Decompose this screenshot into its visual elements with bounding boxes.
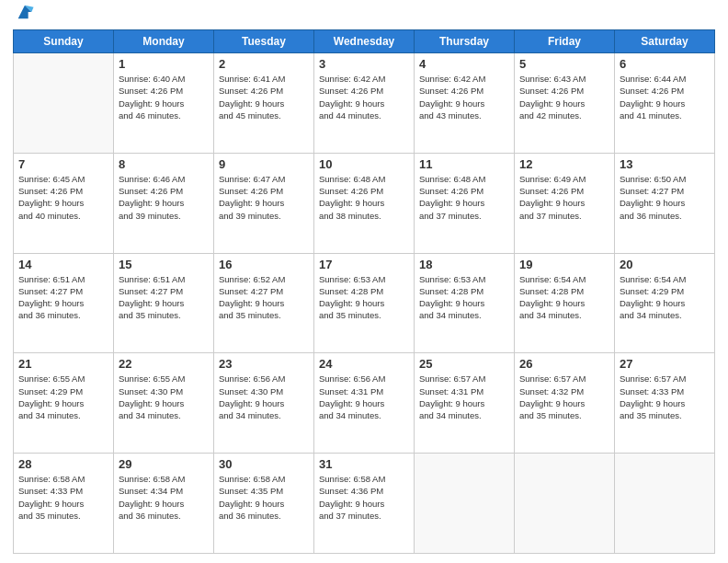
day-cell: 13Sunrise: 6:50 AM Sunset: 4:27 PM Dayli… — [615, 153, 715, 253]
day-cell: 30Sunrise: 6:58 AM Sunset: 4:35 PM Dayli… — [214, 454, 314, 554]
page: SundayMondayTuesdayWednesdayThursdayFrid… — [0, 0, 728, 563]
day-info: Sunrise: 6:58 AM Sunset: 4:33 PM Dayligh… — [18, 473, 108, 522]
day-info: Sunrise: 6:43 AM Sunset: 4:26 PM Dayligh… — [519, 73, 609, 121]
day-number: 27 — [620, 357, 710, 371]
day-cell: 24Sunrise: 6:56 AM Sunset: 4:31 PM Dayli… — [314, 353, 415, 454]
day-info: Sunrise: 6:57 AM Sunset: 4:32 PM Dayligh… — [519, 373, 609, 421]
day-info: Sunrise: 6:41 AM Sunset: 4:26 PM Dayligh… — [219, 73, 309, 121]
calendar-table: SundayMondayTuesdayWednesdayThursdayFrid… — [13, 29, 715, 554]
day-number: 26 — [519, 357, 609, 371]
day-cell: 14Sunrise: 6:51 AM Sunset: 4:27 PM Dayli… — [14, 253, 114, 353]
day-info: Sunrise: 6:45 AM Sunset: 4:26 PM Dayligh… — [18, 173, 108, 222]
day-number: 5 — [519, 57, 609, 71]
day-number: 10 — [319, 157, 409, 171]
day-cell: 10Sunrise: 6:48 AM Sunset: 4:26 PM Dayli… — [314, 153, 415, 253]
day-number: 18 — [419, 258, 509, 271]
day-info: Sunrise: 6:40 AM Sunset: 4:26 PM Dayligh… — [119, 73, 209, 121]
day-cell: 6Sunrise: 6:44 AM Sunset: 4:26 PM Daylig… — [615, 53, 715, 154]
weekday-header-saturday: Saturday — [615, 30, 715, 53]
day-cell: 22Sunrise: 6:55 AM Sunset: 4:30 PM Dayli… — [114, 353, 214, 454]
day-info: Sunrise: 6:42 AM Sunset: 4:26 PM Dayligh… — [319, 73, 409, 121]
day-number: 3 — [319, 57, 409, 71]
day-cell: 15Sunrise: 6:51 AM Sunset: 4:27 PM Dayli… — [114, 253, 214, 353]
day-info: Sunrise: 6:58 AM Sunset: 4:34 PM Dayligh… — [119, 473, 209, 522]
day-cell: 7Sunrise: 6:45 AM Sunset: 4:26 PM Daylig… — [14, 153, 114, 253]
day-cell: 8Sunrise: 6:46 AM Sunset: 4:26 PM Daylig… — [114, 153, 214, 253]
day-cell: 25Sunrise: 6:57 AM Sunset: 4:31 PM Dayli… — [415, 353, 515, 454]
day-number: 22 — [119, 357, 209, 371]
day-info: Sunrise: 6:57 AM Sunset: 4:31 PM Dayligh… — [419, 373, 509, 421]
weekday-header-friday: Friday — [515, 30, 615, 53]
weekday-header-wednesday: Wednesday — [314, 30, 415, 53]
day-number: 11 — [419, 157, 509, 171]
day-info: Sunrise: 6:55 AM Sunset: 4:29 PM Dayligh… — [18, 373, 108, 421]
day-cell: 3Sunrise: 6:42 AM Sunset: 4:26 PM Daylig… — [314, 53, 415, 154]
day-info: Sunrise: 6:54 AM Sunset: 4:28 PM Dayligh… — [519, 273, 609, 322]
day-cell: 5Sunrise: 6:43 AM Sunset: 4:26 PM Daylig… — [515, 53, 615, 154]
day-number: 21 — [18, 357, 108, 371]
day-number: 8 — [119, 157, 209, 171]
day-cell: 26Sunrise: 6:57 AM Sunset: 4:32 PM Dayli… — [515, 353, 615, 454]
day-cell: 16Sunrise: 6:52 AM Sunset: 4:27 PM Dayli… — [214, 253, 314, 353]
day-number: 1 — [119, 57, 209, 71]
day-info: Sunrise: 6:53 AM Sunset: 4:28 PM Dayligh… — [419, 273, 509, 322]
weekday-header-thursday: Thursday — [415, 30, 515, 53]
day-info: Sunrise: 6:51 AM Sunset: 4:27 PM Dayligh… — [18, 273, 108, 322]
day-number: 24 — [319, 357, 409, 371]
day-number: 9 — [219, 157, 309, 171]
day-cell: 27Sunrise: 6:57 AM Sunset: 4:33 PM Dayli… — [615, 353, 715, 454]
day-info: Sunrise: 6:57 AM Sunset: 4:33 PM Dayligh… — [620, 373, 710, 421]
day-number: 15 — [119, 258, 209, 271]
weekday-header-sunday: Sunday — [14, 30, 114, 53]
day-info: Sunrise: 6:50 AM Sunset: 4:27 PM Dayligh… — [620, 173, 710, 222]
day-cell: 4Sunrise: 6:42 AM Sunset: 4:26 PM Daylig… — [415, 53, 515, 154]
day-info: Sunrise: 6:58 AM Sunset: 4:36 PM Dayligh… — [319, 473, 409, 522]
weekday-header-monday: Monday — [114, 30, 214, 53]
day-cell: 9Sunrise: 6:47 AM Sunset: 4:26 PM Daylig… — [214, 153, 314, 253]
day-info: Sunrise: 6:54 AM Sunset: 4:29 PM Dayligh… — [620, 273, 710, 322]
day-number: 25 — [419, 357, 509, 371]
day-cell: 28Sunrise: 6:58 AM Sunset: 4:33 PM Dayli… — [14, 454, 114, 554]
week-row-1: 1Sunrise: 6:40 AM Sunset: 4:26 PM Daylig… — [14, 53, 715, 154]
day-cell: 1Sunrise: 6:40 AM Sunset: 4:26 PM Daylig… — [114, 53, 214, 154]
weekday-header-row: SundayMondayTuesdayWednesdayThursdayFrid… — [14, 30, 715, 53]
day-cell — [615, 454, 715, 554]
day-number: 14 — [18, 258, 108, 271]
day-info: Sunrise: 6:56 AM Sunset: 4:31 PM Dayligh… — [319, 373, 409, 421]
day-cell: 20Sunrise: 6:54 AM Sunset: 4:29 PM Dayli… — [615, 253, 715, 353]
day-cell: 18Sunrise: 6:53 AM Sunset: 4:28 PM Dayli… — [415, 253, 515, 353]
day-number: 2 — [219, 57, 309, 71]
day-info: Sunrise: 6:48 AM Sunset: 4:26 PM Dayligh… — [419, 173, 509, 222]
day-info: Sunrise: 6:47 AM Sunset: 4:26 PM Dayligh… — [219, 173, 309, 222]
day-info: Sunrise: 6:52 AM Sunset: 4:27 PM Dayligh… — [219, 273, 309, 322]
day-number: 28 — [18, 457, 108, 471]
day-info: Sunrise: 6:56 AM Sunset: 4:30 PM Dayligh… — [219, 373, 309, 421]
week-row-2: 7Sunrise: 6:45 AM Sunset: 4:26 PM Daylig… — [14, 153, 715, 253]
day-info: Sunrise: 6:49 AM Sunset: 4:26 PM Dayligh… — [519, 173, 609, 222]
day-number: 4 — [419, 57, 509, 71]
day-cell — [515, 454, 615, 554]
day-number: 19 — [519, 258, 609, 271]
logo-icon — [15, 2, 35, 22]
day-info: Sunrise: 6:44 AM Sunset: 4:26 PM Dayligh… — [620, 73, 710, 121]
weekday-header-tuesday: Tuesday — [214, 30, 314, 53]
day-number: 17 — [319, 258, 409, 271]
logo — [13, 9, 35, 22]
day-number: 29 — [119, 457, 209, 471]
week-row-4: 21Sunrise: 6:55 AM Sunset: 4:29 PM Dayli… — [14, 353, 715, 454]
day-info: Sunrise: 6:42 AM Sunset: 4:26 PM Dayligh… — [419, 73, 509, 121]
day-cell — [415, 454, 515, 554]
day-cell: 21Sunrise: 6:55 AM Sunset: 4:29 PM Dayli… — [14, 353, 114, 454]
day-cell: 12Sunrise: 6:49 AM Sunset: 4:26 PM Dayli… — [515, 153, 615, 253]
day-number: 16 — [219, 258, 309, 271]
day-number: 20 — [620, 258, 710, 271]
day-number: 31 — [319, 457, 409, 471]
week-row-5: 28Sunrise: 6:58 AM Sunset: 4:33 PM Dayli… — [14, 454, 715, 554]
day-info: Sunrise: 6:58 AM Sunset: 4:35 PM Dayligh… — [219, 473, 309, 522]
day-number: 6 — [620, 57, 710, 71]
day-number: 12 — [519, 157, 609, 171]
day-info: Sunrise: 6:48 AM Sunset: 4:26 PM Dayligh… — [319, 173, 409, 222]
day-info: Sunrise: 6:46 AM Sunset: 4:26 PM Dayligh… — [119, 173, 209, 222]
day-cell: 31Sunrise: 6:58 AM Sunset: 4:36 PM Dayli… — [314, 454, 415, 554]
day-info: Sunrise: 6:53 AM Sunset: 4:28 PM Dayligh… — [319, 273, 409, 322]
